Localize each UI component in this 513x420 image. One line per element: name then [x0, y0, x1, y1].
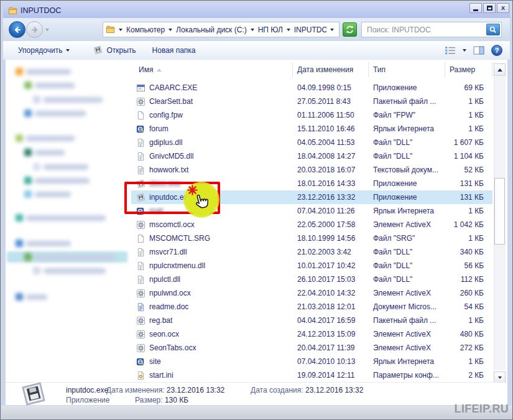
- file-size: 56 КБ: [445, 261, 484, 270]
- dll-file-icon: [136, 152, 146, 161]
- sidebar-item-icon: [16, 293, 23, 301]
- file-row[interactable]: config.fpw01.11.2006 11:50Файл "FPW"1 КБ: [131, 108, 492, 122]
- history-dropdown-icon[interactable]: [45, 29, 49, 31]
- help-button[interactable]: ?: [491, 45, 502, 56]
- gear-file-icon: [136, 220, 146, 230]
- file-row[interactable]: site07.04.2010 10:13Ярлык Интернета1 КБ: [131, 355, 492, 368]
- maximize-button[interactable]: [483, 3, 496, 13]
- search-input[interactable]: [362, 22, 485, 37]
- sidebar-item-label: [44, 164, 88, 170]
- forward-button[interactable]: [26, 21, 43, 38]
- breadcrumb-item[interactable]: НП ЮЛ: [258, 26, 283, 34]
- file-row[interactable]: seon.ocx24.12.2013 15:09Элемент ActiveX4…: [131, 327, 492, 341]
- file-date: 23.12.2016 13:32: [293, 193, 369, 202]
- file-size: 1 104 КБ: [445, 152, 484, 161]
- file-type: Файл "SRG": [369, 234, 445, 243]
- sidebar-item-blurred[interactable]: [33, 162, 88, 171]
- search-icon: [489, 26, 497, 34]
- forward-arrow-icon: [30, 25, 40, 35]
- minimize-button[interactable]: [469, 3, 482, 13]
- views-dropdown-icon[interactable]: [463, 49, 466, 52]
- sidebar-item-blurred[interactable]: [16, 239, 71, 248]
- breadcrumb-item[interactable]: Локальный диск (C:): [176, 26, 247, 34]
- sidebar-item-blurred[interactable]: [24, 176, 90, 185]
- file-type: Приложение: [369, 179, 445, 188]
- sidebar-item-blurred[interactable]: [16, 213, 106, 222]
- file-date: 22.04.2010 14:32: [293, 289, 369, 297]
- breadcrumb-item[interactable]: INPUTDOC: [294, 26, 326, 34]
- file-row[interactable]: reg.bat04.04.2017 16:59Пакетный файл ...…: [131, 314, 492, 327]
- open-button[interactable]: Открыть: [87, 41, 142, 59]
- sidebar-item-blurred[interactable]: [24, 109, 86, 118]
- column-header-type[interactable]: Тип: [369, 62, 445, 77]
- file-type: Документ Micros...: [369, 302, 445, 311]
- file-type: Элемент ActiveX: [369, 343, 445, 352]
- sidebar-item-blurred[interactable]: [24, 190, 71, 198]
- file-row[interactable]: MSCOMCTL.SRG18.10.1999 14:56Файл "SRG"1 …: [131, 231, 492, 245]
- sidebar-item-blurred[interactable]: [16, 134, 75, 142]
- file-type: Приложение: [369, 193, 445, 202]
- back-button[interactable]: [9, 21, 25, 38]
- file-row[interactable]: forum15.11.2010 16:46Ярлык Интернета1 КБ: [131, 122, 492, 136]
- file-row[interactable]: howwork.txt20.03.2018 16:07Текстовый док…: [131, 163, 492, 177]
- breadcrumb-separator-icon[interactable]: [119, 29, 122, 31]
- refresh-button[interactable]: [343, 22, 357, 37]
- file-size: 1 КБ: [445, 207, 484, 215]
- scroll-up-button[interactable]: [494, 63, 506, 76]
- sidebar-item-label: [35, 111, 86, 116]
- sidebar-item-blurred[interactable]: [24, 81, 75, 90]
- file-size: 112 КБ: [445, 275, 484, 284]
- column-header-date[interactable]: Дата изменения: [293, 62, 369, 77]
- column-header-size[interactable]: Размер: [445, 62, 492, 77]
- breadcrumb-separator-icon[interactable]: [287, 29, 290, 31]
- file-row[interactable]: npulwnd.ocx22.04.2010 14:32Элемент Activ…: [131, 286, 492, 300]
- sidebar-item-label: [26, 241, 71, 246]
- sidebar-item-blurred[interactable]: [24, 253, 114, 261]
- new-folder-button[interactable]: Новая папка: [146, 41, 202, 59]
- search-button[interactable]: [486, 24, 500, 35]
- back-arrow-icon: [12, 25, 22, 35]
- preview-pane-icon[interactable]: [473, 46, 484, 55]
- sidebar-item-blurred[interactable]: [24, 148, 65, 157]
- file-row[interactable]: gdiplus.dll04.05.2004 11:53Файл "DLL"1 6…: [131, 136, 492, 149]
- file-row[interactable]: CABARC.EXE04.09.1998 0:15Приложение69 КБ: [131, 81, 492, 95]
- file-size: 2 КБ: [445, 371, 484, 380]
- file-name: site: [149, 357, 161, 366]
- sidebar-item-icon: [16, 240, 23, 247]
- file-row[interactable]: readme.doc21.03.2018 12:01Документ Micro…: [131, 300, 492, 314]
- file-row[interactable]: ClearSett.bat27.05.2011 8:43Пакетный фай…: [131, 95, 492, 108]
- file-row[interactable]: npulcnxtmenu.dll10.01.2017 10:42Файл "DL…: [131, 259, 492, 273]
- sidebar-item-blurred[interactable]: [33, 266, 106, 275]
- address-bar[interactable]: КомпьютерЛокальный диск (C:)НП ЮЛINPUTDO…: [103, 22, 340, 37]
- scrollbar-thumb[interactable]: [494, 178, 505, 245]
- file-size: 260 КБ: [445, 289, 484, 297]
- folder-icon: [106, 25, 115, 34]
- sidebar-item-blurred[interactable]: [16, 67, 71, 76]
- file-row[interactable]: SeonTabs.ocx20.04.2017 11:39Элемент Acti…: [131, 341, 492, 355]
- file-type: Элемент ActiveX: [369, 220, 445, 229]
- sidebar-item-blurred[interactable]: [33, 95, 103, 104]
- file-size: 1 042 КБ: [445, 220, 484, 229]
- dll-file-icon: [136, 261, 146, 271]
- file-row[interactable]: npulctl.dll26.10.2017 15:03Файл "DLL"112…: [131, 273, 492, 286]
- column-header-name[interactable]: Имя: [131, 62, 293, 77]
- sidebar-item-blurred[interactable]: [16, 292, 47, 301]
- address-dropdown-icon[interactable]: [330, 29, 334, 31]
- command-toolbar: Упорядочить Открыть Новая папка ?: [3, 41, 510, 60]
- breadcrumb-separator-icon[interactable]: [251, 29, 254, 31]
- views-icon[interactable]: [445, 46, 456, 55]
- breadcrumb-separator-icon[interactable]: [169, 29, 172, 31]
- file-row[interactable]: msvcr71.dll21.02.2003 3:42Файл "DLL"340 …: [131, 245, 492, 259]
- ini-file-icon: [136, 371, 146, 380]
- sidebar-item-label: [35, 192, 71, 197]
- breadcrumb-item[interactable]: Компьютер: [126, 26, 165, 34]
- sidebar-item-label: [44, 97, 103, 103]
- organize-button[interactable]: Упорядочить: [12, 41, 76, 59]
- sidebar-item-icon: [16, 68, 23, 75]
- close-button[interactable]: X: [497, 3, 509, 13]
- file-type: Приложение: [369, 83, 445, 92]
- file-row[interactable]: GnivcMD5.dll18.04.2008 14:27Файл "DLL"1 …: [131, 149, 492, 163]
- gear-file-icon: [136, 330, 146, 339]
- file-row[interactable]: mscomctl.ocx22.05.2000 17:58Элемент Acti…: [131, 218, 492, 231]
- file-row[interactable]: start.ini19.09.2014 12:11Параметры конф.…: [131, 368, 492, 382]
